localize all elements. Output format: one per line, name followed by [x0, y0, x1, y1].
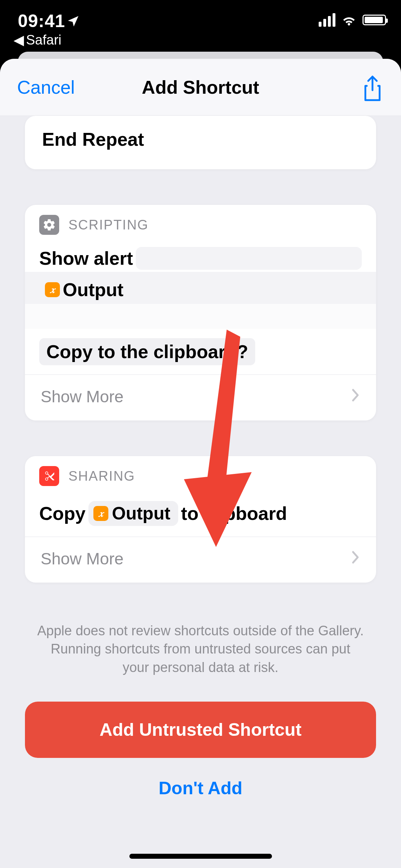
back-to-app[interactable]: ◀ Safari: [14, 32, 61, 48]
dont-add-button[interactable]: Don't Add: [0, 778, 401, 799]
copy-question-row[interactable]: Copy to the clipboard?: [25, 329, 376, 374]
copy-to-clipboard-row[interactable]: Copy 𝑥 Output to clipboard: [25, 497, 376, 537]
end-repeat-label: End Repeat: [42, 129, 359, 150]
scripting-category-label: SCRIPTING: [68, 217, 149, 233]
scissors-icon: [39, 466, 59, 486]
wifi-icon: [341, 12, 357, 28]
share-button[interactable]: [362, 75, 383, 104]
share-icon: [362, 75, 383, 102]
screen: 09:41 ◀ Safari Cancel Add Shortcut: [0, 0, 401, 868]
scripting-category-header: SCRIPTING: [25, 205, 376, 246]
back-chevron-icon: ◀: [14, 32, 24, 48]
scripting-card: SCRIPTING Show alert 𝑥 Output Copy to th…: [25, 205, 376, 420]
back-app-label: Safari: [26, 32, 61, 48]
gear-icon: [39, 215, 59, 235]
battery-icon: [363, 15, 386, 25]
chevron-right-icon: [350, 387, 360, 406]
end-repeat-card[interactable]: End Repeat: [25, 116, 376, 169]
chevron-right-icon: [350, 549, 360, 568]
untrusted-warning-text: Apple does not review shortcuts outside …: [36, 622, 365, 677]
sharing-category-header: SHARING: [25, 456, 376, 497]
add-shortcut-modal: Cancel Add Shortcut End Repeat: [0, 59, 401, 868]
show-more-label: Show More: [41, 549, 124, 568]
home-indicator[interactable]: [129, 854, 272, 859]
time-text: 09:41: [18, 11, 65, 31]
sharing-card: SHARING Copy 𝑥 Output to clipboard Show …: [25, 456, 376, 583]
cancel-button[interactable]: Cancel: [17, 77, 75, 98]
status-time: 09:41: [18, 11, 79, 31]
show-alert-label: Show alert: [39, 248, 133, 269]
modal-content: End Repeat SCRIPTING Show alert 𝑥 Out: [0, 116, 401, 868]
output-variable-label: Output: [63, 279, 123, 300]
magic-variable-icon: 𝑥: [45, 282, 60, 297]
location-icon: [68, 16, 79, 26]
show-alert-row[interactable]: Show alert: [25, 246, 376, 272]
modal-header: Cancel Add Shortcut: [0, 59, 401, 116]
status-bar: 09:41 ◀ Safari: [0, 0, 401, 50]
scripting-show-more-button[interactable]: Show More: [25, 375, 376, 420]
sharing-category-label: SHARING: [68, 469, 135, 484]
copy-prefix-label: Copy: [39, 503, 86, 524]
add-untrusted-shortcut-button[interactable]: Add Untrusted Shortcut: [25, 702, 376, 758]
cellular-icon: [319, 13, 335, 27]
copy-suffix-label: to clipboard: [181, 503, 287, 524]
sharing-show-more-button[interactable]: Show More: [25, 537, 376, 583]
output-variable-label: Output: [112, 503, 170, 524]
modal-title: Add Shortcut: [142, 77, 259, 98]
show-more-label: Show More: [41, 387, 124, 406]
magic-variable-icon: 𝑥: [93, 506, 108, 521]
output-variable-pill[interactable]: 𝑥 Output: [88, 501, 178, 526]
alert-message-row[interactable]: 𝑥 Output: [25, 275, 376, 304]
copy-question-text: Copy to the clipboard?: [39, 338, 255, 365]
alert-title-field[interactable]: [136, 247, 362, 270]
status-right: [319, 12, 386, 28]
